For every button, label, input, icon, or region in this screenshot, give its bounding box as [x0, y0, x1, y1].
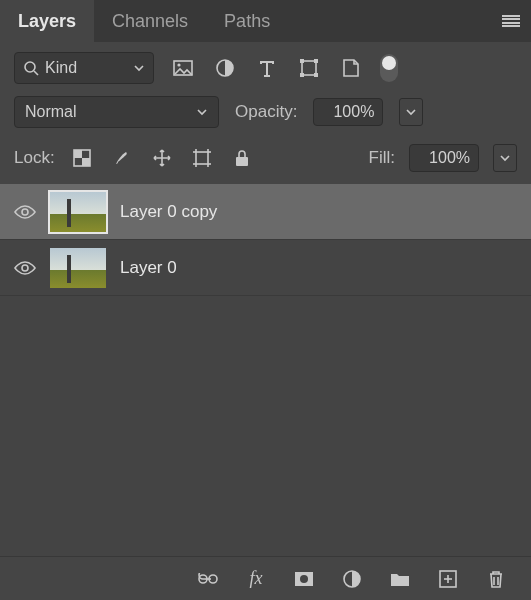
svg-rect-22: [236, 157, 248, 166]
search-icon: [23, 60, 39, 76]
trash-icon: [488, 570, 504, 588]
blend-mode-dropdown[interactable]: Normal: [14, 96, 219, 128]
lock-position[interactable]: [149, 145, 175, 171]
folder-icon: [390, 571, 410, 587]
layer-style-button[interactable]: fx: [243, 566, 269, 592]
fx-icon: fx: [250, 568, 263, 589]
lock-artboard[interactable]: [189, 145, 215, 171]
layer-row[interactable]: Layer 0: [0, 240, 531, 296]
fill-stepper[interactable]: [493, 144, 517, 172]
chevron-down-icon: [499, 152, 511, 164]
layers-list[interactable]: Layer 0 copy Layer 0: [0, 184, 531, 556]
opacity-value: 100%: [333, 103, 374, 121]
filter-shape-layers[interactable]: [296, 55, 322, 81]
add-mask-button[interactable]: [291, 566, 317, 592]
svg-rect-12: [82, 158, 90, 166]
opacity-stepper[interactable]: [399, 98, 423, 126]
checker-icon: [73, 149, 91, 167]
blend-row: Normal Opacity: 100%: [0, 94, 531, 138]
visibility-toggle[interactable]: [14, 257, 36, 279]
blend-mode-value: Normal: [25, 103, 77, 121]
svg-point-23: [22, 209, 28, 215]
hamburger-icon: [502, 15, 520, 27]
filter-type-layers[interactable]: [254, 55, 280, 81]
svg-rect-7: [314, 59, 318, 63]
layer-thumbnail[interactable]: [50, 192, 106, 232]
svg-rect-5: [302, 61, 316, 75]
footer-toolbar: fx: [0, 556, 531, 600]
lock-icon: [234, 149, 250, 167]
filter-toggle[interactable]: [380, 54, 398, 82]
panel-menu-button[interactable]: [491, 0, 531, 42]
svg-rect-13: [196, 152, 208, 164]
lock-row: Lock: Fill: 100%: [0, 138, 531, 184]
image-icon: [173, 60, 193, 76]
visibility-toggle[interactable]: [14, 201, 36, 223]
layer-row[interactable]: Layer 0 copy: [0, 184, 531, 240]
filter-kind-label: Kind: [45, 59, 77, 77]
opacity-input[interactable]: 100%: [313, 98, 383, 126]
svg-rect-9: [314, 73, 318, 77]
chevron-down-icon: [196, 106, 208, 118]
svg-point-0: [25, 62, 35, 72]
adjustment-icon: [215, 58, 235, 78]
chevron-down-icon: [133, 62, 145, 74]
filter-pixel-layers[interactable]: [170, 55, 196, 81]
eye-icon: [14, 204, 36, 220]
layer-name[interactable]: Layer 0 copy: [120, 202, 217, 222]
move-icon: [152, 148, 172, 168]
new-group-button[interactable]: [387, 566, 413, 592]
shape-icon: [299, 58, 319, 78]
lock-transparency[interactable]: [69, 145, 95, 171]
adjustment-icon: [342, 569, 362, 589]
fill-value: 100%: [429, 149, 470, 167]
lock-image[interactable]: [109, 145, 135, 171]
new-layer-button[interactable]: [435, 566, 461, 592]
link-icon: [198, 573, 218, 585]
tab-paths[interactable]: Paths: [206, 0, 288, 42]
svg-line-1: [34, 71, 38, 75]
toggle-knob-icon: [382, 56, 396, 70]
tab-layers[interactable]: Layers: [0, 0, 94, 42]
link-layers-button[interactable]: [195, 566, 221, 592]
layer-name[interactable]: Layer 0: [120, 258, 177, 278]
fill-input[interactable]: 100%: [409, 144, 479, 172]
fill-label: Fill:: [369, 148, 395, 168]
brush-icon: [113, 149, 131, 167]
layer-thumbnail[interactable]: [50, 248, 106, 288]
opacity-label: Opacity:: [235, 102, 297, 122]
eye-icon: [14, 260, 36, 276]
svg-point-29: [300, 575, 308, 583]
tab-channels[interactable]: Channels: [94, 0, 206, 42]
smartobject-icon: [342, 58, 360, 78]
svg-rect-6: [300, 59, 304, 63]
filter-kind-dropdown[interactable]: Kind: [14, 52, 154, 84]
chevron-down-icon: [405, 106, 417, 118]
svg-point-24: [22, 265, 28, 271]
artboard-icon: [192, 148, 212, 168]
lock-label: Lock:: [14, 148, 55, 168]
svg-rect-11: [74, 150, 82, 158]
new-icon: [439, 570, 457, 588]
mask-icon: [294, 571, 314, 587]
filter-row: Kind: [0, 42, 531, 94]
lock-all[interactable]: [229, 145, 255, 171]
delete-layer-button[interactable]: [483, 566, 509, 592]
new-adjustment-button[interactable]: [339, 566, 365, 592]
filter-adjustment-layers[interactable]: [212, 55, 238, 81]
filter-smart-objects[interactable]: [338, 55, 364, 81]
panel-tabs: Layers Channels Paths: [0, 0, 531, 42]
svg-point-3: [177, 63, 180, 66]
svg-rect-8: [300, 73, 304, 77]
type-icon: [258, 59, 276, 77]
